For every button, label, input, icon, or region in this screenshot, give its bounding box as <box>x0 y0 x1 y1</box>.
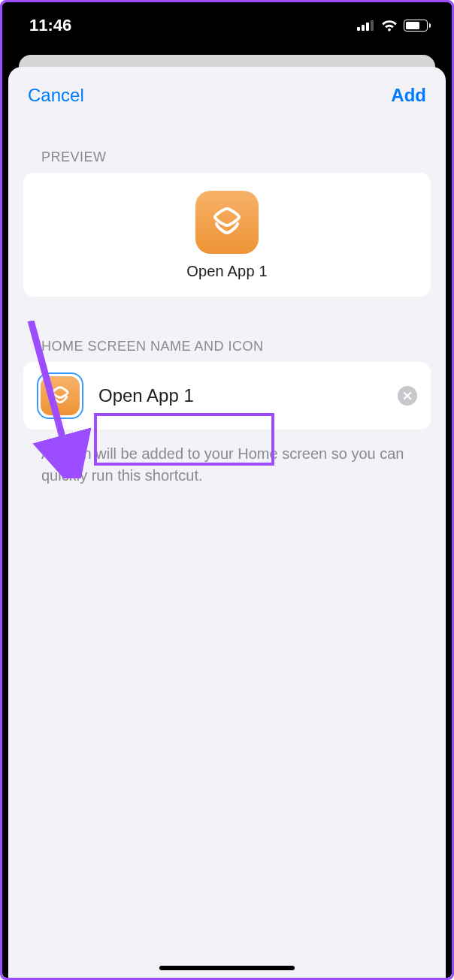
svg-rect-2 <box>366 23 369 31</box>
shortcut-name-input[interactable] <box>97 382 384 409</box>
modal-sheet: Cancel Add PREVIEW Open App 1 HOME SCREE… <box>8 67 446 978</box>
svg-rect-3 <box>371 20 374 31</box>
preview-section-label: PREVIEW <box>8 113 446 173</box>
clear-name-button[interactable] <box>398 386 417 406</box>
cellular-icon <box>357 20 375 31</box>
close-icon <box>403 391 412 400</box>
battery-percent: 61 <box>404 20 427 31</box>
svg-rect-1 <box>362 25 365 31</box>
cancel-button[interactable]: Cancel <box>28 85 84 106</box>
status-bar: 11:46 61 <box>2 2 452 55</box>
name-icon-card <box>23 362 431 430</box>
hint-text: An icon will be added to your Home scree… <box>8 430 446 487</box>
icon-picker-button[interactable] <box>37 372 83 419</box>
preview-app-name: Open App 1 <box>186 263 268 280</box>
preview-card: Open App 1 <box>23 173 431 297</box>
battery-indicator: 61 <box>404 20 431 32</box>
device-frame: 11:46 61 Can <box>2 2 452 978</box>
status-indicators: 61 <box>357 20 431 32</box>
shortcuts-glyph-icon <box>209 204 245 240</box>
preview-app-icon <box>195 191 259 254</box>
shortcuts-glyph-icon <box>49 384 71 407</box>
home-indicator <box>159 966 295 970</box>
name-icon-section-label: HOME SCREEN NAME AND ICON <box>8 297 446 362</box>
add-button[interactable]: Add <box>391 85 426 106</box>
icon-picker-preview <box>41 376 80 415</box>
sheet-header: Cancel Add <box>8 67 446 113</box>
status-time: 11:46 <box>29 16 71 35</box>
wifi-icon <box>381 20 398 32</box>
svg-rect-0 <box>357 27 360 31</box>
